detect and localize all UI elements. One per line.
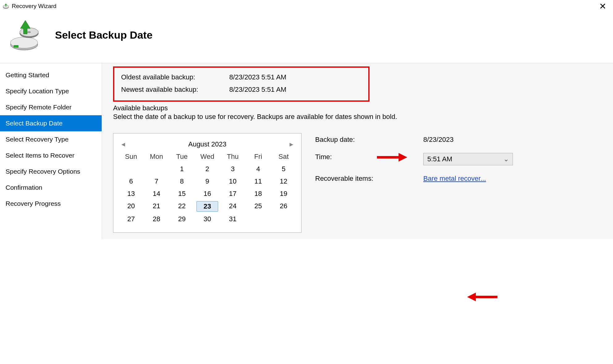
calendar-day-20[interactable]: 20 bbox=[118, 201, 144, 211]
calendar-dow: Thu bbox=[220, 153, 245, 161]
backup-recovery-icon bbox=[9, 18, 43, 52]
annotation-arrow-time bbox=[377, 154, 408, 161]
calendar-day-17[interactable]: 17 bbox=[220, 189, 245, 198]
calendar-day-13[interactable]: 13 bbox=[118, 189, 144, 198]
calendar-day-30[interactable]: 30 bbox=[195, 214, 220, 224]
calendar-prev-button[interactable]: ◄ bbox=[120, 141, 126, 148]
calendar-day-18[interactable]: 18 bbox=[245, 189, 271, 198]
calendar-next-button[interactable]: ► bbox=[288, 141, 294, 148]
recoverable-items-label: Recoverable items: bbox=[315, 175, 423, 183]
backup-details: Backup date: 8/23/2023 Time: 5:51 AM ⌄ R… bbox=[315, 136, 519, 183]
calendar-day-6[interactable]: 6 bbox=[118, 177, 144, 186]
backup-date-value: 8/23/2023 bbox=[423, 136, 519, 144]
sidebar-item-getting-started[interactable]: Getting Started bbox=[0, 67, 102, 83]
calendar-day-4[interactable]: 4 bbox=[245, 164, 271, 174]
calendar-month-label: August 2023 bbox=[188, 140, 226, 148]
calendar-day-15[interactable]: 15 bbox=[169, 189, 195, 198]
sidebar-item-select-recovery-type[interactable]: Select Recovery Type bbox=[0, 131, 102, 147]
sidebar-item-specify-location-type[interactable]: Specify Location Type bbox=[0, 83, 102, 99]
sidebar-item-confirmation[interactable]: Confirmation bbox=[0, 180, 102, 196]
sidebar-item-select-items-to-recover[interactable]: Select Items to Recover bbox=[0, 147, 102, 163]
sidebar-item-select-backup-date[interactable]: Select Backup Date bbox=[0, 115, 102, 131]
newest-backup-label: Newest available backup: bbox=[121, 86, 229, 94]
calendar-day-14[interactable]: 14 bbox=[144, 189, 169, 198]
calendar-day-8[interactable]: 8 bbox=[169, 177, 195, 186]
calendar-dow: Fri bbox=[245, 153, 271, 161]
calendar-day-27[interactable]: 27 bbox=[118, 214, 144, 224]
window-title: Recovery Wizard bbox=[12, 3, 57, 10]
calendar-day-12[interactable]: 12 bbox=[271, 177, 296, 186]
available-backups-group: Available backups Select the date of a b… bbox=[113, 104, 602, 233]
calendar-day-23[interactable]: 23 bbox=[197, 201, 218, 212]
sidebar-item-recovery-progress[interactable]: Recovery Progress bbox=[0, 196, 102, 212]
calendar-day-26[interactable]: 26 bbox=[271, 201, 296, 211]
calendar-dow: Wed bbox=[195, 153, 220, 161]
calendar-day-11[interactable]: 11 bbox=[245, 177, 271, 186]
calendar-day-24[interactable]: 24 bbox=[220, 201, 245, 211]
time-value: 5:51 AM bbox=[427, 155, 452, 163]
recovery-wizard-icon bbox=[2, 3, 9, 10]
oldest-backup-value: 8/23/2023 5:51 AM bbox=[229, 73, 361, 81]
titlebar: Recovery Wizard ✕ bbox=[0, 0, 613, 12]
calendar-day-9[interactable]: 9 bbox=[195, 177, 220, 186]
annotation-arrow-calendar bbox=[467, 293, 497, 301]
backup-range-box: Oldest available backup: 8/23/2023 5:51 … bbox=[113, 66, 370, 102]
newest-backup-value: 8/23/2023 5:51 AM bbox=[229, 86, 361, 94]
backup-date-label: Backup date: bbox=[315, 136, 423, 144]
calendar-day-25[interactable]: 25 bbox=[245, 201, 271, 211]
page-title: Select Backup Date bbox=[55, 29, 153, 41]
calendar-day-10[interactable]: 10 bbox=[220, 177, 245, 186]
wizard-steps-sidebar: Getting StartedSpecify Location TypeSpec… bbox=[0, 63, 102, 239]
calendar-dow: Tue bbox=[169, 153, 195, 161]
time-dropdown[interactable]: 5:51 AM ⌄ bbox=[423, 153, 513, 165]
calendar-day-21[interactable]: 21 bbox=[144, 201, 169, 211]
calendar[interactable]: ◄ August 2023 ► SunMonTueWedThuFriSat..1… bbox=[113, 133, 302, 233]
svg-point-7 bbox=[27, 31, 31, 33]
main-panel: Oldest available backup: 8/23/2023 5:51 … bbox=[102, 63, 613, 239]
calendar-day-29[interactable]: 29 bbox=[169, 214, 195, 224]
calendar-day-19[interactable]: 19 bbox=[271, 189, 296, 198]
calendar-day-22[interactable]: 22 bbox=[169, 201, 195, 211]
wizard-header: Select Backup Date bbox=[0, 12, 613, 63]
group-title: Available backups bbox=[113, 104, 602, 112]
chevron-down-icon: ⌄ bbox=[503, 155, 509, 163]
close-button[interactable]: ✕ bbox=[597, 1, 609, 12]
calendar-day-16[interactable]: 16 bbox=[195, 189, 220, 198]
group-description: Select the date of a backup to use for r… bbox=[113, 113, 602, 121]
sidebar-item-specify-recovery-options[interactable]: Specify Recovery Options bbox=[0, 163, 102, 180]
svg-rect-4 bbox=[14, 45, 19, 48]
oldest-backup-label: Oldest available backup: bbox=[121, 73, 229, 81]
calendar-day-2[interactable]: 2 bbox=[195, 164, 220, 174]
calendar-day-7[interactable]: 7 bbox=[144, 177, 169, 186]
calendar-day-5[interactable]: 5 bbox=[271, 164, 296, 174]
calendar-day-3[interactable]: 3 bbox=[220, 164, 245, 174]
calendar-dow: Mon bbox=[144, 153, 169, 161]
calendar-dow: Sat bbox=[271, 153, 296, 161]
recoverable-items-link[interactable]: Bare metal recover... bbox=[423, 175, 519, 183]
calendar-dow: Sun bbox=[118, 153, 144, 161]
calendar-day-31[interactable]: 31 bbox=[220, 214, 245, 224]
title-left: Recovery Wizard bbox=[2, 3, 57, 10]
sidebar-item-specify-remote-folder[interactable]: Specify Remote Folder bbox=[0, 99, 102, 115]
calendar-day-28[interactable]: 28 bbox=[144, 214, 169, 224]
calendar-day-1[interactable]: 1 bbox=[169, 164, 195, 174]
